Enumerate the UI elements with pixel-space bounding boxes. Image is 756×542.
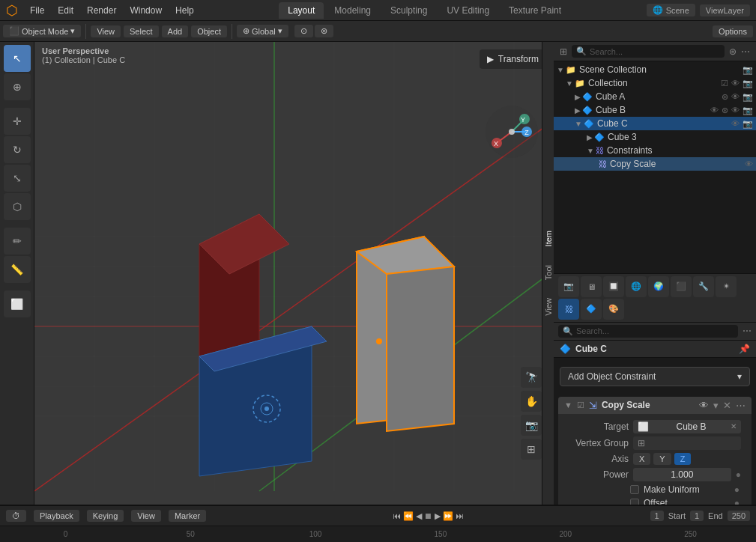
props-tab-data[interactable]: 🔷 bbox=[581, 299, 602, 320]
collection-check[interactable]: ☑ bbox=[721, 79, 728, 88]
camera-btn[interactable]: 📷 bbox=[521, 415, 542, 436]
props-tab-scene[interactable]: 🌐 bbox=[626, 276, 647, 297]
target-clear-btn[interactable]: ✕ bbox=[731, 422, 737, 430]
tab-uv-editing[interactable]: UV Editing bbox=[438, 2, 498, 19]
tab-texture-paint[interactable]: Texture Paint bbox=[500, 2, 570, 19]
offset-checkbox[interactable] bbox=[630, 499, 639, 505]
restrict-render-icon[interactable]: 📷 bbox=[743, 65, 753, 75]
side-tab-view[interactable]: View bbox=[542, 292, 554, 322]
constraint-camera-icon[interactable]: ▾ bbox=[713, 400, 719, 411]
rotate-tool-btn[interactable]: ↻ bbox=[4, 136, 31, 163]
transform-tool-btn[interactable]: ⬡ bbox=[4, 193, 31, 220]
tree-cube-3[interactable]: ▶ 🔷 Cube 3 bbox=[554, 130, 756, 144]
measure-btn[interactable]: 📏 bbox=[4, 256, 31, 283]
props-tab-particles[interactable]: ✴ bbox=[716, 276, 737, 297]
step-fwd-btn[interactable]: ⏩ bbox=[443, 511, 453, 521]
add-menu-btn[interactable]: Add bbox=[162, 25, 189, 37]
play-back-btn[interactable]: ◀ bbox=[416, 511, 422, 521]
side-tab-item[interactable]: Item bbox=[542, 225, 554, 252]
select-tool-btn[interactable]: ↖ bbox=[4, 45, 31, 72]
cube-b-funnel[interactable]: ⊛ bbox=[722, 106, 728, 115]
power-input[interactable]: 1.000 bbox=[633, 468, 731, 481]
viewport-3d[interactable]: Y X Z User Perspective (1) Collection | … bbox=[34, 42, 554, 505]
tree-constraints[interactable]: ▼ ⛓ Constraints bbox=[554, 144, 756, 157]
step-back-btn[interactable]: ⏪ bbox=[403, 511, 414, 521]
tab-modeling[interactable]: Modeling bbox=[325, 2, 380, 19]
jump-start-btn[interactable]: ⏮ bbox=[393, 511, 401, 520]
cursor-tool-btn[interactable]: ⊕ bbox=[4, 73, 31, 100]
target-value[interactable]: ⬜ Cube B ✕ bbox=[633, 420, 741, 433]
scale-tool-btn[interactable]: ⤡ bbox=[4, 165, 31, 192]
constraint-visibility-btn[interactable]: 👁 bbox=[699, 400, 709, 411]
proportional-btn[interactable]: ⊚ bbox=[315, 25, 333, 37]
props-tab-material[interactable]: 🎨 bbox=[603, 299, 624, 320]
axis-y-btn[interactable]: Y bbox=[653, 453, 671, 465]
scene-dropdown[interactable]: 🌐Scene bbox=[647, 4, 695, 16]
keying-menu[interactable]: Keying bbox=[87, 510, 124, 522]
zoom-btn[interactable]: 🔭 bbox=[521, 367, 542, 388]
object-menu-btn[interactable]: Object bbox=[191, 25, 227, 37]
props-search-box[interactable]: 🔍 Search... bbox=[558, 325, 738, 338]
add-cube-btn[interactable]: ⬜ bbox=[4, 290, 31, 317]
props-tab-output[interactable]: 🖥 bbox=[581, 276, 602, 297]
cube-b-cam[interactable]: 📷 bbox=[743, 106, 753, 115]
props-options-icon[interactable]: ⋯ bbox=[743, 326, 752, 336]
snap-btn[interactable]: ⊙ bbox=[294, 25, 313, 37]
object-name-value[interactable]: Cube C bbox=[575, 344, 734, 354]
menu-edit[interactable]: Edit bbox=[52, 4, 79, 17]
cube-a-eye[interactable]: 👁 bbox=[731, 92, 740, 102]
menu-window[interactable]: Window bbox=[124, 4, 168, 17]
tree-cube-c[interactable]: ▼ 🔷 Cube C 👁 📷 bbox=[554, 117, 756, 130]
move-tool-btn[interactable]: ✛ bbox=[4, 108, 31, 135]
pin-icon[interactable]: 📌 bbox=[739, 344, 750, 354]
props-tab-modifiers[interactable]: 🔧 bbox=[693, 276, 714, 297]
tree-cube-a[interactable]: ▶ 🔷 Cube A ⊛ 👁 📷 bbox=[554, 90, 756, 103]
play-btn[interactable]: ▶ bbox=[435, 511, 441, 521]
transform-dropdown[interactable]: ⊕ Global ▾ bbox=[237, 25, 288, 37]
pan-btn[interactable]: ✋ bbox=[521, 391, 542, 412]
playback-menu[interactable]: Playback bbox=[34, 510, 79, 522]
timeline-editor-type[interactable]: ⏱ bbox=[6, 510, 26, 522]
axis-x-btn[interactable]: X bbox=[633, 453, 650, 465]
cube-b-eye2[interactable]: 👁 bbox=[731, 106, 740, 115]
copy-scale-eye[interactable]: 👁 bbox=[745, 159, 753, 168]
add-constraint-btn[interactable]: Add Object Constraint ▾ bbox=[560, 367, 750, 386]
editor-type-btn[interactable]: ⬛ Object Mode ▾ bbox=[3, 25, 81, 37]
start-frame-input[interactable]: 1 bbox=[690, 511, 704, 521]
view-layer-dropdown[interactable]: ViewLayer bbox=[700, 4, 750, 16]
props-tab-constraints[interactable]: ⛓ bbox=[558, 299, 579, 320]
collection-eye[interactable]: 👁 bbox=[731, 79, 740, 88]
grid-btn[interactable]: ⊞ bbox=[521, 439, 542, 460]
tree-scene-collection[interactable]: ▼ 📁 Scene Collection 📷 bbox=[554, 63, 756, 76]
options-btn[interactable]: Options bbox=[713, 25, 753, 37]
props-tab-view-layer[interactable]: 🔲 bbox=[603, 276, 624, 297]
side-tab-tool[interactable]: Tool bbox=[542, 259, 554, 286]
tree-cube-b[interactable]: ▶ 🔷 Cube B 👁 ⊛ 👁 📷 bbox=[554, 103, 756, 117]
tab-sculpting[interactable]: Sculpting bbox=[381, 2, 436, 19]
cube-c-eye[interactable]: 👁 bbox=[731, 119, 740, 129]
menu-render[interactable]: Render bbox=[81, 4, 122, 17]
constraint-menu-btn[interactable]: ⋯ bbox=[736, 400, 746, 411]
tree-collection[interactable]: ▼ 📁 Collection ☑ 👁 📷 bbox=[554, 76, 756, 90]
cube-c-cam[interactable]: 📷 bbox=[743, 119, 753, 129]
menu-help[interactable]: Help bbox=[169, 4, 200, 17]
cube-a-funnel[interactable]: ⊛ bbox=[722, 92, 728, 102]
marker-menu[interactable]: Marker bbox=[169, 510, 206, 522]
transform-panel[interactable]: ▶ Transform bbox=[480, 49, 546, 69]
jump-end-btn[interactable]: ⏭ bbox=[456, 511, 464, 520]
cube-a-cam[interactable]: 📷 bbox=[743, 92, 753, 102]
cube-b-eye[interactable]: 👁 bbox=[710, 106, 719, 115]
menu-file[interactable]: File bbox=[24, 4, 50, 17]
props-tab-render[interactable]: 📷 bbox=[558, 276, 579, 297]
props-tab-world[interactable]: 🌍 bbox=[648, 276, 669, 297]
stop-btn[interactable]: ⏹ bbox=[424, 511, 432, 520]
outliner-dots-icon[interactable]: ⋯ bbox=[741, 46, 750, 57]
tree-copy-scale[interactable]: ⛓ Copy Scale 👁 bbox=[554, 157, 756, 171]
annotate-btn[interactable]: ✏ bbox=[4, 228, 31, 255]
props-tab-object[interactable]: ⬛ bbox=[671, 276, 692, 297]
vertex-group-input[interactable]: ⊞ bbox=[633, 436, 741, 450]
outliner-filter-icon[interactable]: ⊛ bbox=[729, 46, 737, 57]
constraint-expand-btn[interactable]: ▼ bbox=[564, 401, 572, 409]
axis-z-btn[interactable]: Z bbox=[674, 453, 692, 465]
tab-layout[interactable]: Layout bbox=[279, 2, 324, 19]
